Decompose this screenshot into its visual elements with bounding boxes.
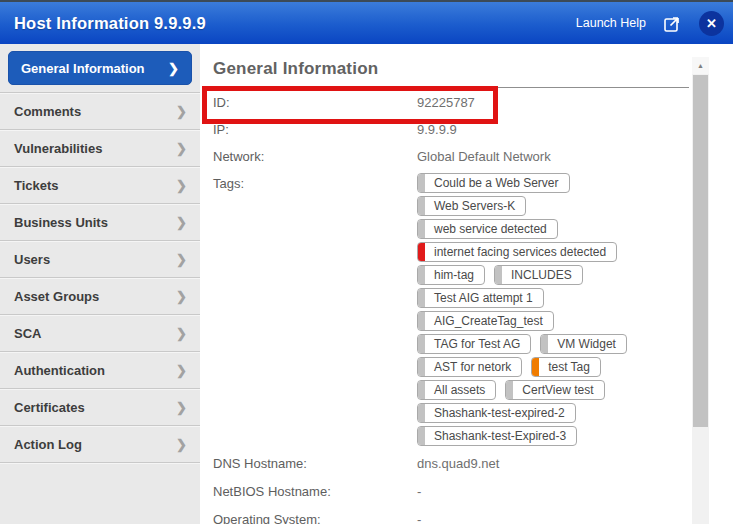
tag-tag-for-test-ag[interactable]: TAG for Test AG — [417, 334, 531, 354]
tag-ast-for-netork[interactable]: AST for netork — [417, 357, 522, 377]
tag-label: AIG_CreateTag_test — [425, 314, 553, 328]
sidebar-item-label: Comments — [14, 104, 176, 119]
main-content: General Information ID:92225787IP:9.9.9.… — [200, 44, 733, 524]
tag-color-bar — [418, 197, 425, 215]
tag-label: him-tag — [425, 268, 484, 282]
sidebar-item-business-units[interactable]: Business Units❯ — [0, 204, 200, 241]
tag-line: All assetsCertView test — [417, 380, 636, 400]
sidebar-item-label: Users — [14, 252, 176, 267]
sidebar-item-label: Business Units — [14, 215, 176, 230]
tag-test-aig-attempt-1[interactable]: Test AIG attempt 1 — [417, 288, 544, 308]
tag-shashank-test-expired-2[interactable]: Shashank-test-expired-2 — [417, 403, 576, 423]
sidebar-item-vulnerabilities[interactable]: Vulnerabilities❯ — [0, 130, 200, 167]
dialog-header: Host Information 9.9.9.9 Launch Help ✕ — [0, 0, 733, 44]
tag-all-assets[interactable]: All assets — [417, 380, 496, 400]
sidebar-item-general-information[interactable]: General Information❯ — [0, 44, 200, 93]
sidebar-item-selected-highlight: General Information❯ — [8, 51, 192, 85]
scrollbar-thumb[interactable] — [693, 75, 708, 427]
field-list: ID:92225787IP:9.9.9.9Network:Global Defa… — [213, 89, 703, 524]
field-row-dns-hostname: DNS Hostname:dns.quad9.net — [213, 449, 703, 477]
tag-line: Shashank-test-Expired-3 — [417, 426, 636, 446]
tag-label: Shashank-test-Expired-3 — [425, 429, 576, 443]
sidebar-item-label: Action Log — [14, 437, 176, 452]
field-row-operating-system: Operating System:- — [213, 505, 703, 524]
chevron-right-icon: ❯ — [176, 178, 187, 193]
sidebar-item-action-log[interactable]: Action Log❯ — [0, 426, 200, 463]
field-label: Tags: — [213, 170, 417, 197]
field-value: 9.9.9.9 — [417, 122, 457, 137]
tag-internet-facing-services-detected[interactable]: internet facing services detected — [417, 242, 617, 262]
tag-aig-createtag-test[interactable]: AIG_CreateTag_test — [417, 311, 554, 331]
tag-test-tag[interactable]: test Tag — [531, 357, 601, 377]
sidebar-nav: General Information❯Comments❯Vulnerabili… — [0, 44, 200, 524]
tag-color-bar — [418, 427, 425, 445]
tag-label: VM Widget — [548, 337, 626, 351]
heading-divider — [213, 87, 689, 88]
tag-color-bar — [541, 335, 548, 353]
sidebar-item-label: Tickets — [14, 178, 176, 193]
tag-shashank-test-expired-3[interactable]: Shashank-test-Expired-3 — [417, 426, 577, 446]
close-icon[interactable]: ✕ — [699, 11, 724, 36]
field-row-network: Network:Global Default Network — [213, 143, 703, 170]
tag-label: AST for netork — [425, 360, 521, 374]
sidebar-item-sca[interactable]: SCA❯ — [0, 315, 200, 352]
tag-certview-test[interactable]: CertView test — [505, 380, 604, 400]
tag-color-bar — [418, 220, 425, 238]
tag-color-bar — [418, 174, 425, 192]
tag-line: web service detected — [417, 219, 636, 239]
chevron-right-icon: ❯ — [176, 437, 187, 452]
tag-label: INCLUDES — [502, 268, 582, 282]
tag-line: Web Servers-K — [417, 196, 636, 216]
sidebar-item-tickets[interactable]: Tickets❯ — [0, 167, 200, 204]
tags-block: Could be a Web ServerWeb Servers-Kweb se… — [417, 173, 636, 449]
header-actions: Launch Help ✕ — [576, 11, 724, 36]
field-label: ID: — [213, 95, 417, 110]
tag-line: Shashank-test-expired-2 — [417, 403, 636, 423]
chevron-right-icon: ❯ — [176, 363, 187, 378]
tag-could-be-a-web-server[interactable]: Could be a Web Server — [417, 173, 570, 193]
tag-web-service-detected[interactable]: web service detected — [417, 219, 558, 239]
sidebar-item-asset-groups[interactable]: Asset Groups❯ — [0, 278, 200, 315]
field-label: Network: — [213, 149, 417, 164]
field-row-ip: IP:9.9.9.9 — [213, 116, 703, 143]
tag-color-bar — [418, 243, 425, 261]
dialog-title: Host Information 9.9.9.9 — [14, 14, 206, 33]
field-label: NetBIOS Hostname: — [213, 484, 417, 499]
tag-line: him-tagINCLUDES — [417, 265, 636, 285]
tag-color-bar — [418, 358, 425, 376]
chevron-right-icon: ❯ — [176, 141, 187, 156]
scrollbar-track[interactable]: ▲ — [692, 57, 709, 524]
tag-color-bar — [418, 381, 425, 399]
tag-web-servers-k[interactable]: Web Servers-K — [417, 196, 526, 216]
open-in-new-window-icon[interactable] — [663, 14, 682, 33]
chevron-right-icon: ❯ — [176, 400, 187, 415]
tag-color-bar — [495, 266, 502, 284]
tag-color-bar — [532, 358, 539, 376]
tag-label: Test AIG attempt 1 — [425, 291, 543, 305]
tag-line: Could be a Web Server — [417, 173, 636, 193]
tag-label: All assets — [425, 383, 495, 397]
tag-label: test Tag — [539, 360, 600, 374]
tag-includes[interactable]: INCLUDES — [494, 265, 583, 285]
tag-him-tag[interactable]: him-tag — [417, 265, 485, 285]
tag-label: internet facing services detected — [425, 245, 616, 259]
tag-line: internet facing services detected — [417, 242, 636, 262]
tag-color-bar — [418, 312, 425, 330]
launch-help-link[interactable]: Launch Help — [576, 16, 646, 30]
tag-label: Shashank-test-expired-2 — [425, 406, 575, 420]
sidebar-item-label: Certificates — [14, 400, 176, 415]
sidebar-item-comments[interactable]: Comments❯ — [0, 93, 200, 130]
sidebar-item-label: General Information — [21, 61, 168, 76]
chevron-right-icon: ❯ — [176, 252, 187, 267]
field-row-id: ID:92225787 — [213, 89, 703, 116]
sidebar-item-authentication[interactable]: Authentication❯ — [0, 352, 200, 389]
tag-label: web service detected — [425, 222, 557, 236]
tag-color-bar — [418, 289, 425, 307]
field-value: dns.quad9.net — [417, 456, 499, 471]
sidebar-item-certificates[interactable]: Certificates❯ — [0, 389, 200, 426]
tag-label: Could be a Web Server — [425, 176, 569, 190]
sidebar-item-label: Authentication — [14, 363, 176, 378]
tag-vm-widget[interactable]: VM Widget — [540, 334, 627, 354]
scrollbar-up-button[interactable]: ▲ — [692, 57, 709, 74]
sidebar-item-users[interactable]: Users❯ — [0, 241, 200, 278]
